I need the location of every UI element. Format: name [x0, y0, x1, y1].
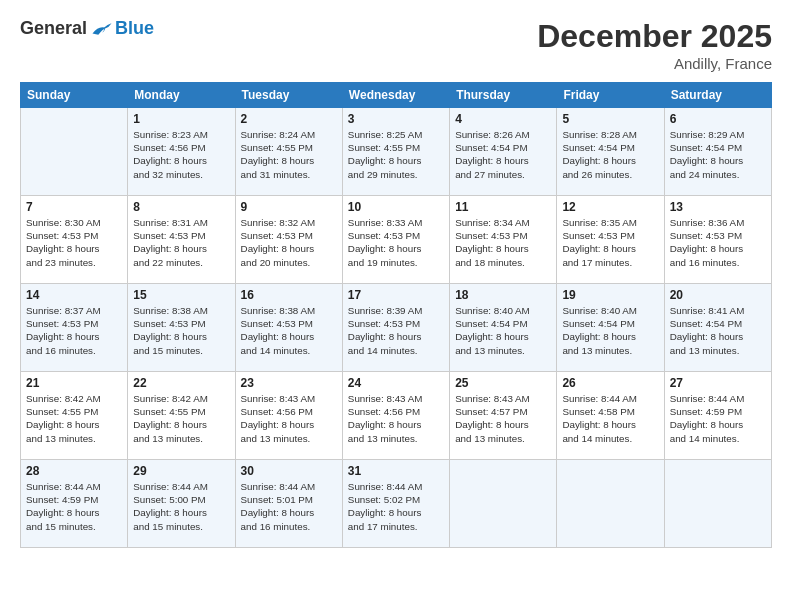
day-info: Sunrise: 8:35 AM Sunset: 4:53 PM Dayligh…	[562, 216, 658, 269]
day-number: 23	[241, 376, 337, 390]
calendar-cell: 1Sunrise: 8:23 AM Sunset: 4:56 PM Daylig…	[128, 108, 235, 196]
day-info: Sunrise: 8:37 AM Sunset: 4:53 PM Dayligh…	[26, 304, 122, 357]
day-number: 14	[26, 288, 122, 302]
day-number: 18	[455, 288, 551, 302]
calendar-cell: 19Sunrise: 8:40 AM Sunset: 4:54 PM Dayli…	[557, 284, 664, 372]
calendar-cell: 26Sunrise: 8:44 AM Sunset: 4:58 PM Dayli…	[557, 372, 664, 460]
day-number: 12	[562, 200, 658, 214]
day-number: 13	[670, 200, 766, 214]
header-cell-wednesday: Wednesday	[342, 83, 449, 108]
calendar-cell	[450, 460, 557, 548]
day-number: 31	[348, 464, 444, 478]
day-number: 17	[348, 288, 444, 302]
header-cell-saturday: Saturday	[664, 83, 771, 108]
calendar-cell: 12Sunrise: 8:35 AM Sunset: 4:53 PM Dayli…	[557, 196, 664, 284]
calendar-cell: 18Sunrise: 8:40 AM Sunset: 4:54 PM Dayli…	[450, 284, 557, 372]
page: General Blue December 2025 Andilly, Fran…	[0, 0, 792, 612]
calendar-cell	[664, 460, 771, 548]
day-number: 3	[348, 112, 444, 126]
calendar-week-row: 14Sunrise: 8:37 AM Sunset: 4:53 PM Dayli…	[21, 284, 772, 372]
calendar-cell: 8Sunrise: 8:31 AM Sunset: 4:53 PM Daylig…	[128, 196, 235, 284]
day-info: Sunrise: 8:40 AM Sunset: 4:54 PM Dayligh…	[562, 304, 658, 357]
calendar-cell: 5Sunrise: 8:28 AM Sunset: 4:54 PM Daylig…	[557, 108, 664, 196]
calendar-cell	[21, 108, 128, 196]
day-info: Sunrise: 8:24 AM Sunset: 4:55 PM Dayligh…	[241, 128, 337, 181]
calendar-week-row: 21Sunrise: 8:42 AM Sunset: 4:55 PM Dayli…	[21, 372, 772, 460]
day-number: 24	[348, 376, 444, 390]
calendar-cell: 21Sunrise: 8:42 AM Sunset: 4:55 PM Dayli…	[21, 372, 128, 460]
location-subtitle: Andilly, France	[537, 55, 772, 72]
calendar-cell: 3Sunrise: 8:25 AM Sunset: 4:55 PM Daylig…	[342, 108, 449, 196]
day-info: Sunrise: 8:38 AM Sunset: 4:53 PM Dayligh…	[133, 304, 229, 357]
day-info: Sunrise: 8:42 AM Sunset: 4:55 PM Dayligh…	[133, 392, 229, 445]
calendar-header-row: SundayMondayTuesdayWednesdayThursdayFrid…	[21, 83, 772, 108]
day-info: Sunrise: 8:41 AM Sunset: 4:54 PM Dayligh…	[670, 304, 766, 357]
day-info: Sunrise: 8:44 AM Sunset: 5:00 PM Dayligh…	[133, 480, 229, 533]
header-cell-thursday: Thursday	[450, 83, 557, 108]
calendar-cell: 27Sunrise: 8:44 AM Sunset: 4:59 PM Dayli…	[664, 372, 771, 460]
day-number: 15	[133, 288, 229, 302]
day-info: Sunrise: 8:39 AM Sunset: 4:53 PM Dayligh…	[348, 304, 444, 357]
day-number: 22	[133, 376, 229, 390]
day-info: Sunrise: 8:43 AM Sunset: 4:57 PM Dayligh…	[455, 392, 551, 445]
day-info: Sunrise: 8:31 AM Sunset: 4:53 PM Dayligh…	[133, 216, 229, 269]
calendar-week-row: 7Sunrise: 8:30 AM Sunset: 4:53 PM Daylig…	[21, 196, 772, 284]
logo-bird-icon	[91, 20, 113, 38]
day-info: Sunrise: 8:23 AM Sunset: 4:56 PM Dayligh…	[133, 128, 229, 181]
calendar-cell: 14Sunrise: 8:37 AM Sunset: 4:53 PM Dayli…	[21, 284, 128, 372]
logo-blue-text: Blue	[115, 18, 154, 39]
day-number: 1	[133, 112, 229, 126]
calendar-cell: 11Sunrise: 8:34 AM Sunset: 4:53 PM Dayli…	[450, 196, 557, 284]
day-info: Sunrise: 8:32 AM Sunset: 4:53 PM Dayligh…	[241, 216, 337, 269]
day-info: Sunrise: 8:43 AM Sunset: 4:56 PM Dayligh…	[241, 392, 337, 445]
day-info: Sunrise: 8:42 AM Sunset: 4:55 PM Dayligh…	[26, 392, 122, 445]
day-info: Sunrise: 8:44 AM Sunset: 4:59 PM Dayligh…	[26, 480, 122, 533]
month-title: December 2025	[537, 18, 772, 55]
day-info: Sunrise: 8:25 AM Sunset: 4:55 PM Dayligh…	[348, 128, 444, 181]
day-number: 8	[133, 200, 229, 214]
day-number: 2	[241, 112, 337, 126]
title-section: December 2025 Andilly, France	[537, 18, 772, 72]
calendar-cell: 15Sunrise: 8:38 AM Sunset: 4:53 PM Dayli…	[128, 284, 235, 372]
day-number: 25	[455, 376, 551, 390]
day-number: 9	[241, 200, 337, 214]
day-number: 29	[133, 464, 229, 478]
calendar-cell: 9Sunrise: 8:32 AM Sunset: 4:53 PM Daylig…	[235, 196, 342, 284]
header-cell-friday: Friday	[557, 83, 664, 108]
day-number: 10	[348, 200, 444, 214]
calendar-cell: 29Sunrise: 8:44 AM Sunset: 5:00 PM Dayli…	[128, 460, 235, 548]
calendar-cell: 2Sunrise: 8:24 AM Sunset: 4:55 PM Daylig…	[235, 108, 342, 196]
day-info: Sunrise: 8:28 AM Sunset: 4:54 PM Dayligh…	[562, 128, 658, 181]
calendar-cell: 6Sunrise: 8:29 AM Sunset: 4:54 PM Daylig…	[664, 108, 771, 196]
day-number: 4	[455, 112, 551, 126]
header: General Blue December 2025 Andilly, Fran…	[20, 18, 772, 72]
day-info: Sunrise: 8:44 AM Sunset: 4:58 PM Dayligh…	[562, 392, 658, 445]
calendar-cell: 16Sunrise: 8:38 AM Sunset: 4:53 PM Dayli…	[235, 284, 342, 372]
calendar-cell: 30Sunrise: 8:44 AM Sunset: 5:01 PM Dayli…	[235, 460, 342, 548]
calendar-cell: 10Sunrise: 8:33 AM Sunset: 4:53 PM Dayli…	[342, 196, 449, 284]
header-cell-tuesday: Tuesday	[235, 83, 342, 108]
calendar-cell: 23Sunrise: 8:43 AM Sunset: 4:56 PM Dayli…	[235, 372, 342, 460]
calendar-cell: 24Sunrise: 8:43 AM Sunset: 4:56 PM Dayli…	[342, 372, 449, 460]
calendar-week-row: 1Sunrise: 8:23 AM Sunset: 4:56 PM Daylig…	[21, 108, 772, 196]
logo-general-text: General	[20, 18, 87, 39]
day-number: 11	[455, 200, 551, 214]
calendar-cell: 20Sunrise: 8:41 AM Sunset: 4:54 PM Dayli…	[664, 284, 771, 372]
calendar-table: SundayMondayTuesdayWednesdayThursdayFrid…	[20, 82, 772, 548]
day-info: Sunrise: 8:40 AM Sunset: 4:54 PM Dayligh…	[455, 304, 551, 357]
calendar-cell: 7Sunrise: 8:30 AM Sunset: 4:53 PM Daylig…	[21, 196, 128, 284]
day-info: Sunrise: 8:26 AM Sunset: 4:54 PM Dayligh…	[455, 128, 551, 181]
calendar-cell	[557, 460, 664, 548]
day-info: Sunrise: 8:44 AM Sunset: 5:02 PM Dayligh…	[348, 480, 444, 533]
calendar-cell: 31Sunrise: 8:44 AM Sunset: 5:02 PM Dayli…	[342, 460, 449, 548]
calendar-cell: 22Sunrise: 8:42 AM Sunset: 4:55 PM Dayli…	[128, 372, 235, 460]
calendar-cell: 25Sunrise: 8:43 AM Sunset: 4:57 PM Dayli…	[450, 372, 557, 460]
day-number: 21	[26, 376, 122, 390]
day-number: 20	[670, 288, 766, 302]
calendar-cell: 4Sunrise: 8:26 AM Sunset: 4:54 PM Daylig…	[450, 108, 557, 196]
day-info: Sunrise: 8:29 AM Sunset: 4:54 PM Dayligh…	[670, 128, 766, 181]
day-info: Sunrise: 8:34 AM Sunset: 4:53 PM Dayligh…	[455, 216, 551, 269]
day-info: Sunrise: 8:30 AM Sunset: 4:53 PM Dayligh…	[26, 216, 122, 269]
day-number: 6	[670, 112, 766, 126]
day-number: 27	[670, 376, 766, 390]
